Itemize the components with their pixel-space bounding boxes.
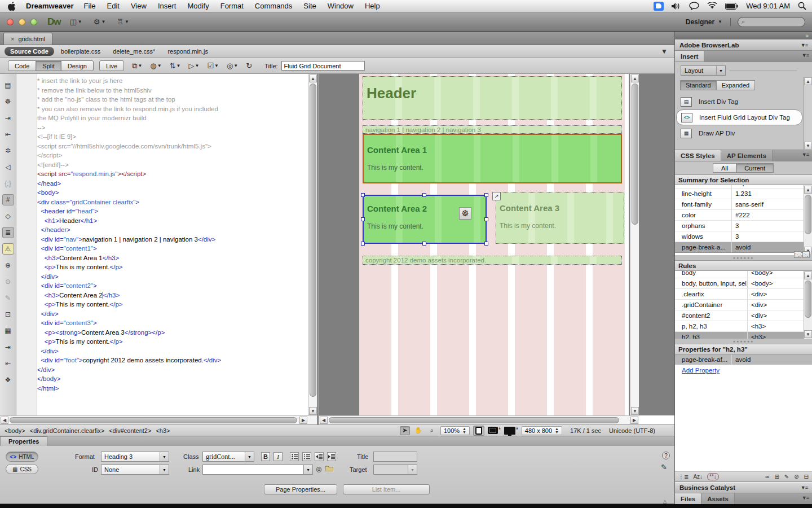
filter-button-current[interactable]: Current (736, 163, 774, 173)
code-line[interactable]: </script> (37, 151, 308, 160)
fluid-grid-layout-icon[interactable]: ☸ (2, 96, 14, 107)
spotlight-icon[interactable] (798, 2, 806, 10)
code-line[interactable]: 50</html> (37, 384, 308, 393)
class-select[interactable]: gridCont...▼ (202, 452, 254, 462)
disable-css-property-icon[interactable]: ⊘ (794, 474, 798, 480)
related-file-boilerplate-css[interactable]: boilerplate.css (61, 48, 100, 55)
show-cascade-icon[interactable]: ⋱ (794, 251, 801, 258)
code-line[interactable]: 27<script src="respond.min.js"></script> (37, 169, 308, 179)
scroll-down-icon[interactable]: ▼ (631, 407, 639, 415)
resize-handle[interactable] (484, 217, 488, 221)
rule-row[interactable]: .clearfix<div> (675, 289, 812, 300)
preview-in-browser-icon[interactable]: ◍▼ (150, 62, 161, 71)
browserlab-panel-header[interactable]: Adobe BrowserLab▼≡ (675, 40, 812, 51)
code-line[interactable]: 26<![endif]--> (37, 160, 308, 170)
summary-scrollbar[interactable]: ▲ ▼ (804, 185, 812, 255)
code-line[interactable]: 44 <p><strong>Content Area 3</strong></p… (37, 328, 308, 338)
view-button-split[interactable]: Split (36, 60, 61, 71)
live-view-options-icon[interactable]: ▷▼ (188, 62, 199, 71)
resize-handle[interactable] (361, 242, 365, 246)
workspace-switcher[interactable]: Designer▼ (686, 18, 731, 26)
code-line[interactable]: 36 <h3>Content Area 1</h3> (37, 253, 308, 263)
code-line[interactable]: 30<div class="gridContainer clearfix"> (37, 198, 308, 207)
menu-commands[interactable]: Commands (255, 2, 292, 10)
resize-handle[interactable] (484, 193, 488, 197)
rule-row[interactable]: p, h2, h3<h3> (675, 321, 812, 332)
resize-handle[interactable] (422, 242, 426, 246)
recent-snippets-icon[interactable]: ⊡ (2, 309, 14, 320)
code-line[interactable]: 21* add the "no-js" class to the html ta… (37, 95, 308, 104)
show-list-view-icon[interactable]: Az↓ (693, 474, 703, 480)
swap-row-icon[interactable]: ↗ (492, 192, 501, 200)
tab-insert[interactable]: Insert (675, 51, 704, 62)
highlight-invalid-code-icon[interactable]: ◇ (2, 211, 14, 222)
volume-icon[interactable] (672, 2, 681, 10)
collapse-full-tag-icon[interactable]: ⇥ (2, 112, 14, 124)
rule-row[interactable]: #content2<div> (675, 310, 812, 321)
scroll-right-icon[interactable]: ▶ (299, 417, 307, 424)
tag-selector[interactable]: <div.gridContainer.clearfix> (30, 427, 104, 434)
properties-tab[interactable]: Properties (0, 436, 47, 446)
edit-rule-icon[interactable]: ✎ (784, 474, 789, 480)
code-line[interactable]: 40 <h3>Content Area 2</h3> (37, 291, 308, 300)
balance-braces-icon[interactable]: {;} (2, 178, 14, 189)
app-search-input[interactable]: ⌕ (738, 17, 805, 27)
insert-category-select[interactable]: Layout▼ (681, 65, 726, 76)
bold-button[interactable]: B (261, 452, 270, 461)
code-scroll-thumb[interactable] (310, 84, 316, 397)
filter-related-files-icon[interactable]: ▼ (661, 47, 668, 55)
scroll-left-icon[interactable]: ◀ (320, 417, 328, 424)
code-line[interactable]: 19* insert the link to your js here (37, 76, 308, 86)
code-line[interactable]: 42 </div> (37, 309, 308, 319)
rule-row[interactable]: h2, h3<h3> (675, 332, 812, 339)
id-select[interactable]: None▼ (101, 465, 169, 475)
unordered-list-icon[interactable] (290, 452, 299, 461)
css-mode-button[interactable]: ▦CSS (6, 464, 38, 474)
page-properties-button[interactable]: Page Properties... (264, 484, 337, 494)
show-category-view-icon[interactable]: ⋮≣ (678, 474, 689, 480)
file-management-icon[interactable]: ⇅▼ (170, 62, 181, 71)
expand-all-icon[interactable]: ✲ (2, 145, 14, 156)
insert-item-draw-ap-div[interactable]: ▦Draw AP Div (675, 125, 804, 141)
link-field[interactable] (202, 465, 304, 475)
business-catalyst-panel-header[interactable]: Business Catalyst▼≡ (675, 482, 812, 493)
document-tab[interactable]: × grids.html (3, 33, 52, 45)
line-numbers-icon[interactable]: # (2, 194, 14, 205)
summary-row[interactable]: font-familysans-serif (675, 199, 812, 210)
code-line[interactable]: 41 <p>This is my content.</p> (37, 300, 308, 309)
code-line[interactable]: 31 <header id="head"> (37, 207, 308, 216)
outdent-code-icon[interactable]: ⇤ (2, 358, 14, 369)
scroll-up-icon[interactable]: ▲ (631, 75, 639, 82)
code-line[interactable]: 29<body> (37, 188, 308, 198)
insert-item-insert-fluid-grid-layout-div-tag[interactable]: <>Insert Fluid Grid Layout Div Tag (676, 110, 802, 125)
collapse-panels-strip[interactable]: » (675, 32, 812, 40)
code-line[interactable]: 24<!--[if lt IE 9]> (37, 132, 308, 142)
link-dropdown-icon[interactable]: ▼ (303, 465, 313, 475)
source-code-button[interactable]: Source Code (5, 47, 54, 56)
code-horizontal-scrollbar[interactable]: ◀ ▶ (0, 415, 317, 424)
design-footer-block[interactable]: copyright 2012 demo assets incorporated. (363, 256, 622, 265)
resize-handle[interactable] (361, 217, 365, 221)
desktop-size-icon[interactable]: * (504, 427, 518, 435)
list-item-button[interactable]: List Item... (343, 484, 430, 494)
code-view[interactable]: 19* insert the link to your js here20* r… (37, 74, 308, 415)
title-field[interactable] (373, 452, 417, 462)
rules-scrollbar[interactable]: ▲ ▼ (804, 271, 812, 339)
code-line[interactable]: 49</body> (37, 374, 308, 384)
minimize-window-button[interactable] (19, 19, 25, 25)
code-line[interactable]: 43 <div id="content3"> (37, 318, 308, 328)
code-line[interactable]: 23--> (37, 123, 308, 133)
window-size-select[interactable]: 480 x 800▲▼ (522, 426, 562, 435)
code-line[interactable]: 38 </div> (37, 272, 308, 282)
rule-row[interactable]: body, button, input, sel...<body> (675, 278, 812, 289)
view-button-design[interactable]: Design (61, 60, 94, 71)
select-parent-tag-icon[interactable]: ◁ (2, 161, 14, 173)
code-line[interactable]: 45 <p>This is my content.</p> (37, 337, 308, 347)
close-window-button[interactable] (7, 19, 14, 25)
summary-row[interactable]: color#222 (675, 210, 812, 221)
scroll-right-icon[interactable]: ▶ (630, 417, 638, 424)
panel-menu-icon[interactable]: ▼≡ (801, 485, 807, 491)
scroll-up-icon[interactable]: ▲ (804, 271, 812, 279)
insert-panel-scrollbar[interactable]: ▲ ▼ (804, 77, 812, 150)
panel-menu-icon[interactable]: ▼≡ (802, 495, 809, 501)
